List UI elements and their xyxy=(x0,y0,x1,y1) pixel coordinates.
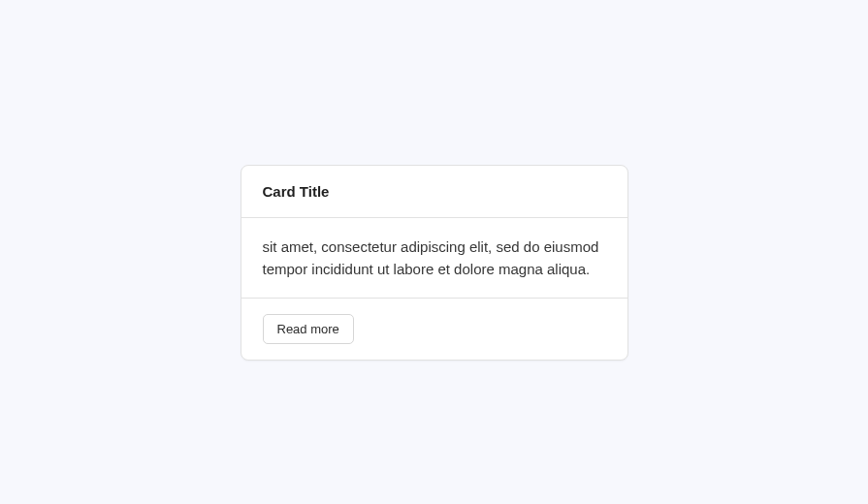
card: Card Title sit amet, consectetur adipisc… xyxy=(241,165,628,362)
card-footer: Read more xyxy=(241,299,627,360)
card-body-text: sit amet, consectetur adipiscing elit, s… xyxy=(263,236,606,281)
card-header: Card Title xyxy=(241,166,627,218)
card-body: sit amet, consectetur adipiscing elit, s… xyxy=(241,218,627,299)
read-more-button[interactable]: Read more xyxy=(263,314,354,344)
card-title: Card Title xyxy=(263,183,606,200)
